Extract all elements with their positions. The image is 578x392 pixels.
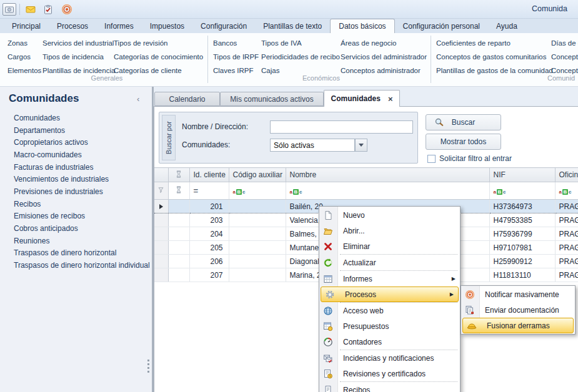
menu-item-abrir[interactable]: Abrir... (319, 223, 460, 238)
cell-nif[interactable]: H47953385 (489, 213, 555, 227)
sidebar-item-comunidades[interactable]: Comunidades (0, 112, 152, 124)
ribbon-link-cargos[interactable]: Cargos (7, 50, 41, 64)
cell-nif[interactable]: H25990912 (489, 255, 555, 268)
grid-header-codigo-auxiliar[interactable]: Código auxiliar (229, 168, 286, 182)
cell-oficina[interactable]: PRAGMA (555, 227, 578, 241)
tab-configuracion-personal[interactable]: Configuración personal (395, 19, 488, 33)
ribbon-link-servicios-industrial[interactable]: Servicios del industrial (42, 36, 115, 50)
cell-aux[interactable] (229, 241, 286, 255)
ribbon-link-coeficientes-reparto[interactable]: Coeficientes de reparto (436, 36, 553, 50)
cell-oficina[interactable]: PRAGMA (555, 268, 578, 282)
show-all-button[interactable]: Mostrar todos (426, 134, 501, 150)
checkbox-box[interactable] (427, 155, 436, 163)
ribbon-link-conceptos-gastos-comunitarios[interactable]: Conceptos de gastos comunitarios (436, 50, 553, 64)
cell-oficina[interactable]: PRAGMA (555, 255, 578, 268)
tab-impuestos[interactable]: Impuestos (142, 19, 192, 33)
sidebar-item-copropietarios-activos[interactable]: Copropietarios activos (0, 136, 152, 149)
sidebar-item-vencimientos-industriales[interactable]: Vencimientos de industriales (0, 173, 152, 185)
dropdown-button[interactable] (355, 139, 367, 152)
menu-item-informes[interactable]: Informes ▶ (319, 271, 460, 287)
ribbon-link-tipos-irpf[interactable]: Tipos de IRPF (213, 50, 259, 64)
cell-nif[interactable]: H75936799 (489, 227, 555, 241)
sidebar-item-previsiones-industriales[interactable]: Previsiones de industriales (0, 185, 152, 198)
sidebar-item-recibos[interactable]: Recibos (0, 198, 152, 210)
cell-nif[interactable]: H11813110 (489, 268, 555, 282)
cell-aux[interactable] (229, 213, 286, 227)
ribbon-link-tipos-iva[interactable]: Tipos de IVA (261, 36, 340, 50)
grid-header-nombre[interactable]: Nombre (286, 168, 489, 182)
menu-item-contadores[interactable]: Contadores (319, 334, 460, 350)
cell-nif[interactable]: H97107981 (489, 241, 555, 255)
grid-header-hourglass[interactable] (168, 168, 189, 182)
grid-header-oficina[interactable]: Oficina (555, 168, 578, 182)
menu-item-procesos[interactable]: Procesos ▶ (321, 287, 459, 302)
cell-id[interactable]: 203 (189, 213, 229, 227)
ribbon-link-zonas[interactable]: Zonas (7, 36, 41, 50)
menu-item-recibos[interactable]: Recibos (319, 382, 460, 392)
name-address-input[interactable] (270, 120, 413, 134)
tab-procesos[interactable]: Procesos (49, 19, 96, 33)
cell-oficina[interactable]: PRAGMA (555, 200, 578, 213)
ribbon-link-tipos-revision[interactable]: Tipos de revisión (114, 36, 203, 50)
filter-abc-cell-nif[interactable]: aBc (489, 182, 555, 200)
menu-item-revisiones[interactable]: Revisiones y certificados (319, 366, 460, 381)
tab-informes[interactable]: Informes (96, 19, 142, 33)
ribbon-link-conceptos-1[interactable]: Conceptos (551, 50, 578, 64)
collapse-sidebar-icon[interactable]: ‹ (137, 94, 139, 104)
mail-icon[interactable] (24, 3, 37, 16)
menu-item-nuevo[interactable]: Nuevo (319, 207, 460, 223)
grid-header-id-cliente[interactable]: Id. cliente (189, 168, 229, 182)
cell-nif[interactable]: H37364973 (489, 200, 555, 213)
cell-oficina[interactable]: PRAGMA (555, 241, 578, 255)
sidebar-item-macro-comunidades[interactable]: Macro-comunidades (0, 149, 152, 161)
tab-principal[interactable]: Principal (4, 19, 49, 33)
ribbon-link-categorias-conocimiento[interactable]: Categorías de conocimiento (114, 50, 203, 64)
cell-id[interactable]: 206 (189, 255, 229, 268)
filter-on-enter-checkbox[interactable]: Solicitar filtro al entrar (427, 154, 512, 163)
sidebar-item-traspasos-horizontal[interactable]: Traspasos de dinero horizontal (0, 247, 152, 260)
cell-id[interactable]: 204 (189, 227, 229, 241)
cell-id[interactable]: 207 (189, 268, 229, 282)
tasks-clipboard-icon[interactable] (41, 3, 55, 16)
filter-abc-cell-aux[interactable]: aBc (229, 182, 286, 200)
tab-plantillas-de-texto[interactable]: Plantillas de texto (255, 19, 330, 33)
filter-abc-cell-nombre[interactable]: aBc (286, 182, 489, 200)
menu-item-incidencias[interactable]: Incidencias y notificaciones (319, 350, 460, 366)
ribbon-link-bancos[interactable]: Bancos (213, 36, 259, 50)
menu-item-eliminar[interactable]: Eliminar (319, 238, 460, 254)
menu-item-presupuestos[interactable]: Presupuestos (319, 318, 460, 334)
cell-aux[interactable] (229, 268, 286, 282)
communities-filter-select[interactable]: Sólo activas (270, 139, 355, 152)
submenu-item-enviar-documentacion[interactable]: Enviar documentación (461, 302, 575, 318)
ribbon-link-areas-negocio[interactable]: Áreas de negocio (341, 36, 427, 50)
filter-hourglass-cell[interactable] (168, 182, 189, 200)
cell-aux[interactable] (229, 200, 286, 213)
grid-header-nif[interactable]: NIF (489, 168, 555, 182)
sidebar-item-reuniones[interactable]: Reuniones (0, 235, 152, 247)
filter-abc-cell-oficina[interactable]: aBc (555, 182, 578, 200)
tab-datos-basicos[interactable]: Datos básicos (330, 19, 394, 33)
ribbon-link-servicios-administrador[interactable]: Servicios del administrador (341, 50, 427, 64)
sidebar-item-cobros-anticipados[interactable]: Cobros anticipados (0, 222, 152, 235)
ribbon-link-tipos-incidencia[interactable]: Tipos de incidencia (42, 50, 115, 64)
menu-item-acceso-web[interactable]: Acceso web (319, 303, 460, 318)
ribbon-link-dias[interactable]: Días de em (551, 36, 578, 50)
cell-id[interactable]: 205 (189, 241, 229, 255)
search-button[interactable]: Buscar (426, 114, 501, 130)
broadcast-icon[interactable] (60, 3, 74, 16)
doc-tab-mis-comunicados[interactable]: Mis comunicados activos (220, 92, 324, 106)
app-icon[interactable] (2, 3, 16, 16)
filter-equals-cell[interactable]: = (189, 182, 229, 200)
cell-id[interactable]: 201 (189, 200, 229, 213)
submenu-item-notificar-masivamente[interactable]: Notificar masivamente (461, 287, 575, 302)
sidebar-item-emisiones-recibos[interactable]: Emisiones de recibos (0, 210, 152, 223)
tab-configuracion[interactable]: Configuración (192, 19, 255, 33)
menu-item-actualizar[interactable]: Actualizar (319, 255, 460, 270)
sidebar-item-facturas-industriales[interactable]: Facturas de industriales (0, 161, 152, 174)
cell-aux[interactable] (229, 227, 286, 241)
submenu-item-fusionar-derramas[interactable]: Fusionar derramas (462, 318, 574, 333)
cell-aux[interactable] (229, 255, 286, 268)
doc-tab-comunidades[interactable]: Comunidades × (324, 90, 400, 107)
tab-ayuda[interactable]: Ayuda (488, 19, 526, 33)
doc-tab-calendario[interactable]: Calendario (154, 92, 220, 106)
